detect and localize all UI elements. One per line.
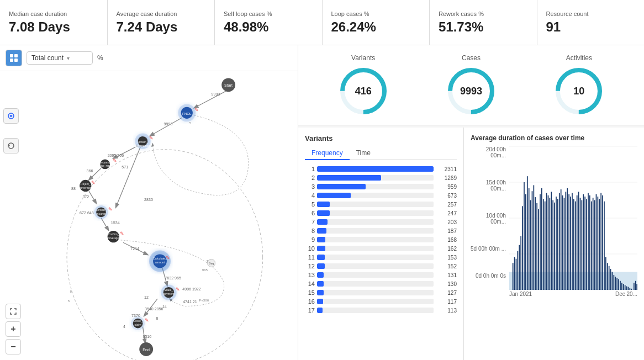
chevron-down-icon: ▾ [67, 55, 70, 61]
svg-text:Confirm_: Confirm_ [108, 233, 119, 236]
zoom-out-btn[interactable]: − [6, 339, 21, 354]
svg-rect-172 [623, 284, 624, 290]
variant-number: 6 [305, 210, 315, 216]
variant-number: 14 [305, 280, 315, 287]
donut-value: 9993 [460, 86, 482, 97]
svg-text:Close_: Close_ [133, 319, 142, 322]
svg-rect-160 [604, 202, 605, 290]
stat-item-activities: Activities 10 [554, 54, 604, 116]
variant-count: 127 [436, 290, 457, 296]
refresh-icon-btn[interactable] [3, 138, 19, 153]
metric-card-self-loop-cases-%: Self loop cases % 48.98% [215, 0, 323, 45]
left-panel: Total count ▾ % [0, 45, 298, 360]
svg-rect-146 [582, 200, 583, 290]
svg-text:366: 366 [87, 169, 93, 173]
variant-bar-container[interactable] [317, 193, 434, 198]
variant-tab-frequency[interactable]: Frequency [305, 147, 350, 160]
svg-rect-129 [554, 203, 555, 290]
variant-bar-container[interactable] [317, 299, 434, 304]
svg-rect-111 [525, 194, 526, 290]
svg-text:372: 372 [82, 195, 89, 199]
svg-rect-120 [540, 194, 541, 290]
variant-bar-container[interactable] [317, 308, 434, 313]
variant-row: 15 127 [305, 289, 457, 296]
variant-bar-container[interactable] [317, 228, 434, 234]
variant-count: 152 [436, 263, 457, 269]
variant-bar-container[interactable] [317, 290, 434, 295]
expand-btn[interactable] [6, 304, 21, 319]
variant-bar-container[interactable] [317, 210, 434, 216]
metric-label: Self loop cases % [224, 10, 313, 17]
variant-row: 12 152 [305, 263, 457, 269]
svg-text:2095 566: 2095 566 [108, 153, 124, 158]
variant-bar-container[interactable] [317, 166, 434, 172]
variant-bar-container[interactable] [317, 255, 434, 260]
variant-bar-container[interactable] [317, 202, 434, 207]
variant-bar-container[interactable] [317, 263, 434, 269]
chart-canvas [509, 146, 637, 290]
svg-rect-114 [530, 200, 531, 290]
metric-dropdown[interactable]: Total count ▾ [27, 51, 93, 65]
variant-number: 16 [305, 298, 315, 305]
filter-icon-btn[interactable] [3, 108, 19, 124]
svg-rect-132 [559, 193, 560, 290]
variant-count: 673 [436, 193, 457, 199]
variant-row: 9 168 [305, 236, 457, 243]
zoom-in-btn[interactable]: + [6, 321, 21, 337]
svg-rect-134 [562, 195, 563, 290]
svg-rect-158 [600, 193, 601, 290]
variant-count: 113 [436, 308, 457, 314]
svg-rect-145 [580, 198, 581, 290]
variant-bar-container[interactable] [317, 184, 434, 189]
svg-rect-122 [543, 199, 544, 290]
variant-count: 257 [436, 202, 457, 208]
svg-rect-131 [557, 199, 558, 290]
svg-rect-162 [607, 263, 608, 290]
variant-row: 5 257 [305, 201, 457, 208]
x-axis-label: Jan 2021 [509, 291, 532, 297]
svg-text:claim: claim [134, 323, 141, 326]
variant-bar-container[interactable] [317, 175, 434, 181]
donut-chart: 416 [339, 66, 388, 116]
svg-rect-112 [527, 176, 528, 290]
svg-rect-153 [593, 198, 594, 290]
variant-bar-container[interactable] [317, 281, 434, 287]
svg-rect-110 [524, 182, 525, 290]
variant-bar-container[interactable] [317, 219, 434, 225]
svg-text:✎: ✎ [149, 135, 154, 141]
svg-text:Seq: Seq [209, 262, 214, 265]
svg-text:✎: ✎ [120, 231, 124, 236]
table-icon-btn[interactable] [6, 50, 22, 66]
svg-rect-115 [532, 191, 533, 290]
variant-bar [317, 308, 323, 313]
svg-text:88: 88 [71, 187, 76, 191]
svg-text:4741 21: 4741 21 [183, 300, 197, 304]
svg-rect-128 [552, 200, 553, 290]
svg-text:9516: 9516 [142, 335, 151, 339]
variant-number: 5 [305, 201, 315, 208]
svg-rect-121 [541, 188, 542, 290]
svg-rect-156 [598, 197, 599, 290]
variant-bar-container[interactable] [317, 237, 434, 242]
variant-bar-container[interactable] [317, 246, 434, 251]
svg-rect-154 [594, 200, 595, 290]
svg-rect-136 [566, 192, 567, 290]
svg-rect-127 [551, 192, 552, 290]
variant-tab-time[interactable]: Time [350, 147, 377, 159]
svg-rect-170 [620, 281, 621, 290]
variants-list: 1 2311 2 1269 3 959 4 673 5 257 6 247 [305, 166, 457, 314]
variant-number: 4 [305, 192, 315, 199]
metric-value: 51.73% [439, 19, 528, 35]
variant-bar [317, 219, 328, 225]
svg-rect-1 [14, 54, 18, 57]
x-axis-labels: Jan 2021Dec 20... [471, 291, 637, 297]
metric-value: 7.24 Days [117, 19, 206, 35]
svg-text:1534: 1534 [111, 221, 120, 225]
svg-text:✎: ✎ [176, 287, 180, 292]
svg-text:5: 5 [189, 121, 192, 125]
variant-bar-container[interactable] [317, 272, 434, 278]
metric-label: Rework cases % [439, 10, 528, 17]
donut-value: 416 [355, 86, 372, 97]
variant-count: 187 [436, 228, 457, 234]
variant-number: 8 [305, 227, 315, 234]
